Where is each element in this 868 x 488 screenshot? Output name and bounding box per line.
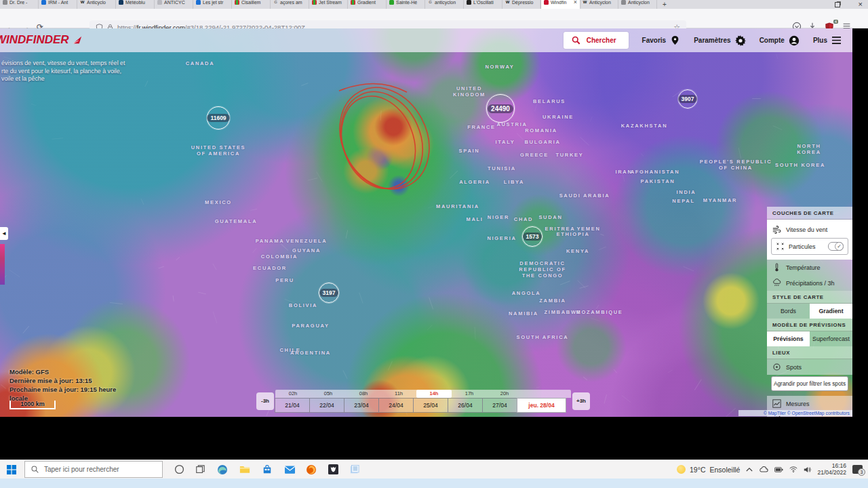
browser-tab[interactable]: Windfin× — [541, 0, 580, 9]
explorer-taskbar-icon[interactable] — [235, 460, 254, 480]
window-close-icon[interactable]: × — [859, 1, 863, 8]
wifi-icon[interactable] — [789, 466, 797, 472]
browser-tab[interactable]: Dr. Dre - — [0, 0, 39, 9]
tab-label: L'Oscillati — [473, 0, 494, 5]
segmented-option[interactable]: Superforecast — [810, 331, 852, 346]
dark-app-taskbar-icon[interactable] — [323, 460, 342, 480]
nav-parametres[interactable]: Paramètres — [694, 35, 745, 46]
wiki-favicon: W — [505, 0, 510, 5]
browser-navbar: ← → ⟳ https://fr.windfinder.com/#3/18.22… — [0, 9, 868, 28]
taskview-taskbar-icon[interactable] — [191, 460, 210, 479]
segmented-option[interactable]: Bords — [767, 304, 810, 319]
segmented-option[interactable]: Prévisions — [767, 331, 810, 346]
precipitation-icon — [772, 279, 781, 287]
sidebar-item-precipitation[interactable]: Précipitations / 3h — [767, 275, 852, 291]
browser-tab[interactable]: Cisaillem — [232, 0, 271, 9]
timeline-next-button[interactable]: +3h — [572, 392, 590, 410]
tab-label: Anticyclon — [589, 0, 611, 5]
timeline-date-cell[interactable]: 26/04 — [448, 398, 483, 413]
taskbar-weather[interactable]: 19°C Ensoleillé — [677, 465, 740, 474]
window-restore-icon[interactable] — [835, 2, 840, 7]
notification-center-icon[interactable]: 3 — [852, 465, 863, 474]
sidebar-item-thermometer[interactable]: Température — [767, 260, 852, 275]
timeline-hour-cell[interactable]: 14h — [416, 390, 452, 398]
timeline-date-cell[interactable]: 22/04 — [309, 398, 344, 413]
spot-cluster-marker[interactable]: 3197 — [319, 283, 339, 303]
site-tagline: évisions de vent, vitesse du vent, temps… — [1, 60, 125, 83]
timeline-date-cell[interactable]: 21/04 — [275, 398, 310, 413]
taskbar-search-input[interactable]: Taper ici pour rechercher — [24, 461, 163, 478]
browser-tab[interactable]: Gradient — [348, 0, 387, 9]
spot-cluster-marker[interactable]: 24490 — [486, 94, 515, 123]
sidebar-item-vitesse-du-vent[interactable]: Vitesse du vent — [771, 224, 848, 238]
nav-favoris[interactable]: Favoris — [642, 35, 681, 45]
sidebar-item-spot[interactable]: Spots — [767, 359, 852, 375]
gear-icon — [735, 35, 746, 46]
timeline-date-cell[interactable]: 24/04 — [378, 398, 414, 413]
browser-tab[interactable]: Gaçores am — [271, 0, 309, 9]
edge-taskbar-icon[interactable] — [213, 460, 232, 479]
tab-label: IRM - Ant — [48, 0, 68, 5]
start-button[interactable] — [7, 465, 16, 474]
timeline-date-cell[interactable]: 23/04 — [344, 398, 379, 413]
browser-tab[interactable]: Météoblu — [116, 0, 155, 9]
browser-tab[interactable]: WAnticyclon — [580, 0, 618, 9]
filter-spots-button[interactable]: Agrandir pour filtrer les spots — [771, 376, 848, 391]
nav-plus[interactable]: Plus — [813, 36, 842, 45]
browser-tab[interactable]: Anticyclon — [618, 0, 657, 9]
timeline-hour-cell[interactable]: 08h — [346, 390, 381, 398]
legend-collapse-button[interactable]: ◄ — [0, 227, 8, 240]
timeline-date-cell[interactable]: 27/04 — [482, 398, 517, 413]
speaker-icon[interactable] — [804, 466, 811, 473]
browser-tab[interactable]: Jet Stream — [309, 0, 348, 9]
sidebar-item-particules[interactable]: Particules — [771, 238, 848, 255]
battery-icon[interactable] — [774, 467, 783, 472]
timeline-prev-button[interactable]: -3h — [256, 392, 274, 410]
store-taskbar-icon[interactable] — [258, 460, 277, 479]
timeline-hour-cell[interactable]: 17h — [452, 390, 487, 398]
window-controls: × — [835, 1, 863, 8]
onedrive-cloud-icon[interactable] — [759, 466, 768, 472]
sidebar-item-measures[interactable]: Mesures — [767, 396, 852, 411]
timeline-date-cell[interactable]: 25/04 — [413, 398, 448, 413]
timeline-hour-cell[interactable]: 02h — [275, 390, 311, 398]
browser-tab[interactable]: L'Oscillati — [464, 0, 502, 9]
browser-tab[interactable]: IRM - Ant — [39, 0, 77, 9]
windfinder-logo[interactable]: WINDFINDER — [0, 33, 83, 47]
browser-tab[interactable]: Ganticyclon — [425, 0, 464, 9]
timeline-hour-cell[interactable]: 05h — [311, 390, 346, 398]
notification-badge: 3 — [858, 468, 865, 476]
timeline-hour-cell[interactable]: 20h — [487, 390, 522, 398]
tray-chevron-icon[interactable] — [746, 467, 753, 472]
particles-toggle[interactable] — [828, 242, 844, 251]
tab-label: Gradient — [357, 0, 376, 5]
taskbar-clock[interactable]: 16:16 21/04/2022 — [817, 463, 846, 476]
spot-cluster-marker[interactable]: 3907 — [678, 89, 697, 108]
map-attribution[interactable]: © MapTiler © OpenStreetMap contributors — [738, 410, 852, 416]
browser-tab[interactable]: Sainte-Hé — [387, 0, 425, 9]
tab-close-icon[interactable]: × — [574, 0, 577, 5]
spot-cluster-count: 1573 — [523, 232, 542, 241]
search-button[interactable]: Chercher — [564, 32, 629, 49]
cortana-taskbar-icon[interactable] — [170, 460, 189, 479]
measures-icon — [772, 399, 781, 408]
mail-taskbar-icon[interactable] — [280, 460, 299, 479]
segmented-option[interactable]: Gradient — [810, 304, 852, 319]
notes-taskbar-icon[interactable] — [345, 460, 364, 480]
browser-tab[interactable]: ANTICYC — [155, 0, 193, 9]
wind-map[interactable] — [0, 28, 852, 417]
new-tab-button[interactable]: + — [657, 0, 672, 9]
browser-tab[interactable]: WDépressio — [502, 0, 541, 9]
sidebar-section-header: STYLE DE CARTE — [767, 291, 852, 304]
nav-compte[interactable]: Compte — [760, 35, 800, 46]
firefox-taskbar-icon[interactable] — [302, 460, 321, 480]
browser-tab[interactable]: Les jet str — [193, 0, 232, 9]
browser-tab[interactable]: WAnticyclo — [77, 0, 116, 9]
spot-cluster-marker[interactable]: 1573 — [522, 226, 542, 247]
timeline-date-cell[interactable]: jeu. 28/04 — [517, 398, 566, 413]
map-scale-bar: 1000 km — [9, 401, 56, 409]
spot-icon — [772, 363, 781, 371]
map-controls-sidebar: COUCHES DE CARTEVitesse du ventParticule… — [767, 207, 852, 410]
spot-cluster-marker[interactable]: 11609 — [207, 106, 230, 129]
timeline-hour-cell[interactable]: 11h — [381, 390, 416, 398]
